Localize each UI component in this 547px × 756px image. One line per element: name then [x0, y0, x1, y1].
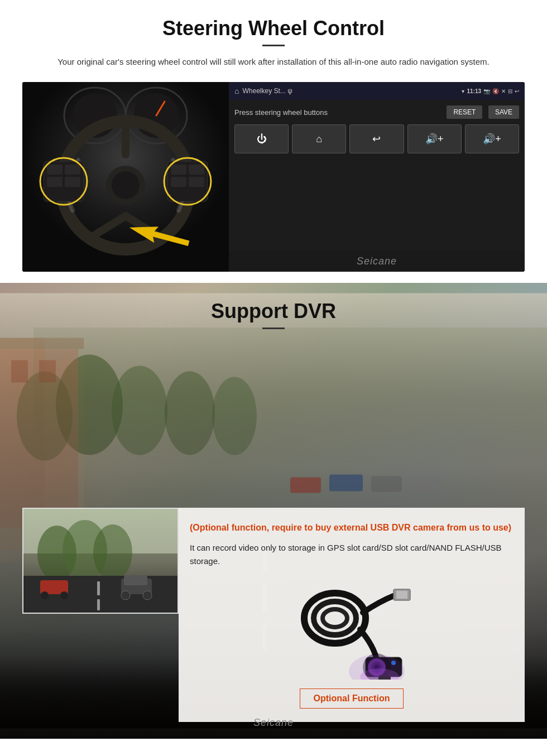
- svg-point-11: [112, 171, 140, 199]
- svg-point-60: [60, 591, 68, 599]
- seicane-watermark-dvr: Seicane: [0, 717, 547, 729]
- statusbar-app-name: Wheelkey St... ψ: [242, 87, 458, 95]
- swc-instruction-row: Press steering wheel buttons RESET SAVE: [234, 105, 519, 119]
- svg-point-62: [314, 601, 356, 635]
- svg-point-56: [121, 591, 130, 600]
- swc-key-vol-up-2[interactable]: 🔊+: [465, 124, 519, 153]
- svg-point-63: [323, 609, 347, 627]
- dvr-camera-product-svg: [290, 579, 413, 680]
- swc-key-power[interactable]: ⏻: [234, 124, 289, 153]
- optional-function-badge[interactable]: Optional Function: [300, 688, 404, 709]
- steering-wheel-bg: [22, 82, 229, 272]
- dvr-description-text: It can record video only to storage in G…: [190, 541, 514, 568]
- svg-rect-52: [97, 581, 100, 595]
- dvr-section: Support DVR: [0, 283, 547, 739]
- swc-save-button[interactable]: SAVE: [488, 105, 519, 119]
- svg-rect-16: [65, 177, 80, 187]
- swc-key-back[interactable]: ↩: [349, 124, 404, 153]
- dvr-content: Support DVR: [0, 283, 547, 739]
- dvr-title-divider: [262, 328, 285, 329]
- statusbar-time: 11:13: [467, 88, 481, 94]
- back-status-icon: ↩: [515, 88, 519, 94]
- swc-action-buttons: RESET SAVE: [443, 105, 519, 119]
- svg-rect-55: [124, 575, 147, 585]
- wifi-icon: ▾: [462, 88, 464, 94]
- svg-rect-22: [189, 177, 204, 187]
- close-status-icon: ✕: [501, 88, 506, 94]
- dvr-thumbnail-svg: [23, 509, 179, 614]
- title-divider: [262, 45, 285, 46]
- svg-rect-13: [47, 165, 63, 175]
- swc-panel: Press steering wheel buttons RESET SAVE …: [229, 100, 525, 251]
- swc-key-vol-up-1[interactable]: 🔊+: [407, 124, 462, 153]
- steering-android-panel: ⌂ Wheelkey St... ψ ▾ 11:13 📷 🔇 ✕ ⊟ ↩ Pre…: [229, 82, 525, 272]
- svg-rect-15: [47, 177, 63, 187]
- bottom-bar: [0, 739, 547, 756]
- svg-rect-19: [171, 165, 186, 175]
- steering-section: Steering Wheel Control Your original car…: [0, 0, 547, 283]
- dvr-lower-area: (Optional function, require to buy exter…: [22, 508, 525, 722]
- svg-rect-53: [97, 599, 100, 610]
- volume-status-icon: 🔇: [492, 88, 499, 94]
- android-statusbar: ⌂ Wheelkey St... ψ ▾ 11:13 📷 🔇 ✕ ⊟ ↩: [229, 82, 525, 100]
- home-status-icon: ⌂: [234, 86, 239, 95]
- swc-key-home[interactable]: ⌂: [292, 124, 346, 153]
- svg-rect-20: [189, 165, 204, 175]
- dvr-thumbnail: [22, 508, 179, 614]
- svg-rect-21: [171, 177, 186, 187]
- steering-wheel-panel: [22, 82, 229, 272]
- svg-rect-14: [65, 165, 80, 175]
- swc-buttons-grid: ⏻ ⌂ ↩ 🔊+ 🔊+: [234, 124, 519, 153]
- steering-image-composite: ⌂ Wheelkey St... ψ ▾ 11:13 📷 🔇 ✕ ⊟ ↩ Pre…: [22, 82, 525, 272]
- steering-wheel-svg: [22, 82, 229, 272]
- steering-subtitle: Your original car's steering wheel contr…: [22, 55, 525, 69]
- dvr-product-image-area: [190, 579, 514, 680]
- svg-point-50: [93, 524, 132, 580]
- camera-status-icon: 📷: [483, 88, 490, 94]
- dvr-title: Support DVR: [22, 300, 525, 323]
- dvr-info-panel: (Optional function, require to buy exter…: [179, 508, 525, 722]
- steering-title: Steering Wheel Control: [22, 17, 525, 40]
- svg-point-59: [41, 591, 49, 599]
- dvr-optional-requirement-text: (Optional function, require to buy exter…: [190, 521, 514, 535]
- svg-rect-65: [396, 591, 407, 599]
- statusbar-icons-group: ▾ 11:13 📷 🔇 ✕ ⊟ ↩: [462, 88, 519, 94]
- swc-instruction-text: Press steering wheel buttons: [234, 108, 328, 117]
- svg-point-57: [143, 591, 152, 600]
- seicane-watermark-steering: Seicane: [229, 251, 525, 272]
- window-status-icon: ⊟: [508, 88, 512, 94]
- swc-reset-button[interactable]: RESET: [447, 105, 482, 119]
- optional-badge-container: Optional Function: [190, 688, 514, 709]
